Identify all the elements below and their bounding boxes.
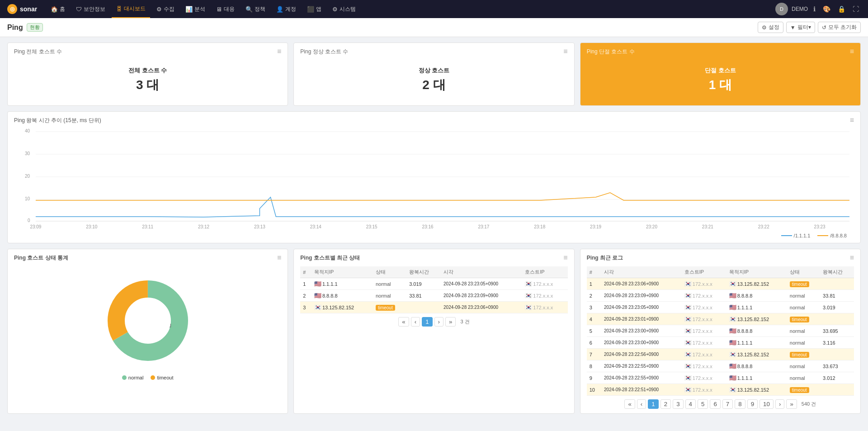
log-page-5[interactable]: 5 bbox=[698, 399, 708, 409]
account-icon: 👤 bbox=[276, 6, 283, 13]
card-total-sub: 전체 호스트 수 bbox=[14, 66, 281, 75]
log-page-first[interactable]: « bbox=[624, 399, 635, 409]
brand-logo[interactable]: ◎ sonar bbox=[7, 4, 37, 14]
row1-status: normal bbox=[373, 278, 406, 290]
log1-status: timeout bbox=[787, 278, 820, 290]
svg-text:23:13: 23:13 bbox=[254, 224, 265, 229]
page-prev[interactable]: ‹ bbox=[411, 317, 420, 327]
host-table-menu[interactable]: ≡ bbox=[563, 254, 567, 262]
log-row: 1 2024-09-28 23:23:06+0900 🇰🇷172.x.x.x 🇰… bbox=[587, 278, 854, 290]
nav-item-home[interactable]: 🏠 홈 bbox=[46, 0, 70, 18]
svg-text:23:11: 23:11 bbox=[142, 224, 153, 229]
user-avatar: D bbox=[775, 3, 788, 15]
log-col-status: 상태 bbox=[787, 266, 820, 278]
log7-time: 2024-09-28 23:22:56+0900 bbox=[601, 349, 682, 360]
nav-item-system[interactable]: ⚙ 시스템 bbox=[328, 0, 360, 18]
log-page-7[interactable]: 7 bbox=[722, 399, 733, 409]
log9-status: normal bbox=[787, 372, 820, 384]
row3-num: 3 bbox=[300, 302, 311, 313]
log-table-menu[interactable]: ≡ bbox=[850, 254, 854, 262]
nav-item-app[interactable]: ⬛ 앱 bbox=[302, 0, 326, 18]
legend-label-blue: /1.1.1.1 bbox=[794, 233, 811, 238]
log-row: 3 2024-09-28 23:23:05+0900 🇰🇷172.x.x.x 🇺… bbox=[587, 302, 854, 313]
log-page-4[interactable]: 4 bbox=[685, 399, 696, 409]
donut-panel: Ping 호스트 상태 통계 ≡ timeout normal bbox=[7, 249, 288, 414]
log-table-title: Ping 최근 로그 bbox=[587, 254, 623, 262]
nav-item-response[interactable]: 🖥 대응 bbox=[212, 0, 239, 18]
log-page-last[interactable]: » bbox=[786, 399, 797, 409]
nav-item-security[interactable]: 🛡 보안정보 bbox=[71, 0, 110, 18]
nav-label-response: 대응 bbox=[224, 5, 235, 13]
card-disconnected-title: Ping 단절 호스트 수 bbox=[587, 48, 635, 56]
svg-text:23:12: 23:12 bbox=[198, 224, 209, 229]
log10-rtt bbox=[820, 384, 854, 396]
nav-item-account[interactable]: 👤 계정 bbox=[272, 0, 301, 18]
row1-rtt: 3.019 bbox=[406, 278, 441, 290]
settings-button[interactable]: ⚙ 설정 bbox=[758, 22, 783, 33]
log2-rtt: 33.81 bbox=[820, 290, 854, 302]
log8-time: 2024-09-28 23:22:55+0900 bbox=[601, 360, 682, 372]
page-1[interactable]: 1 bbox=[422, 317, 432, 327]
legend-blue: /1.1.1.1 bbox=[781, 233, 811, 238]
chart-menu[interactable]: ≡ bbox=[850, 116, 854, 124]
log-page-2[interactable]: 2 bbox=[660, 399, 671, 409]
nav-item-collect[interactable]: ⚙ 수집 bbox=[152, 0, 179, 18]
page-last[interactable]: » bbox=[445, 317, 456, 327]
card-total-value: 3 대 bbox=[14, 76, 281, 94]
page-first[interactable]: « bbox=[398, 317, 409, 327]
log5-num: 5 bbox=[587, 325, 601, 337]
log2-status: normal bbox=[787, 290, 820, 302]
chart-title: Ping 왕복 시간 추이 (15분, ms 단위) bbox=[14, 117, 101, 124]
log1-rtt bbox=[820, 278, 854, 290]
svg-text:10: 10 bbox=[25, 196, 30, 201]
row3-status: timeout bbox=[373, 302, 406, 313]
paint-icon[interactable]: 🎨 bbox=[821, 5, 832, 14]
svg-text:23:14: 23:14 bbox=[310, 224, 321, 229]
log-page-3[interactable]: 3 bbox=[673, 399, 683, 409]
reset-button[interactable]: ↺ 모두 초기화 bbox=[818, 22, 861, 33]
card-total-menu[interactable]: ≡ bbox=[277, 47, 281, 56]
nav-label-collect: 수집 bbox=[164, 5, 175, 13]
log-page-next[interactable]: › bbox=[775, 399, 784, 409]
timeseries-chart-card: Ping 왕복 시간 추이 (15분, ms 단위) ≡ 40 30 20 10… bbox=[7, 111, 861, 243]
log-page-10[interactable]: 10 bbox=[760, 399, 774, 409]
nav-item-analysis[interactable]: 📊 분석 bbox=[181, 0, 210, 18]
log4-dest: 🇰🇷13.125.82.152 bbox=[726, 313, 787, 325]
collect-icon: ⚙ bbox=[156, 6, 162, 13]
policy-icon: 🔍 bbox=[245, 6, 253, 13]
nav-label-system: 시스템 bbox=[340, 5, 356, 13]
filter-button[interactable]: ▼ 필터▾ bbox=[786, 22, 815, 33]
row3-host: 🇰🇷172.x.x.x bbox=[522, 302, 567, 313]
log-col-host: 호스트IP bbox=[682, 266, 726, 278]
expand-icon[interactable]: ⛶ bbox=[851, 5, 861, 14]
legend-normal: normal bbox=[122, 375, 144, 380]
log-page-prev[interactable]: ‹ bbox=[637, 399, 646, 409]
log8-rtt: 33.673 bbox=[820, 360, 854, 372]
col-status: 상태 bbox=[373, 266, 406, 278]
page-next[interactable]: › bbox=[434, 317, 443, 327]
dot-timeout bbox=[151, 375, 155, 380]
donut-menu[interactable]: ≡ bbox=[277, 254, 281, 262]
row2-rtt: 33.81 bbox=[406, 290, 441, 302]
log-page-1[interactable]: 1 bbox=[648, 399, 658, 409]
log-page-9[interactable]: 9 bbox=[747, 399, 758, 409]
donut-legend: normal timeout bbox=[122, 375, 174, 380]
log5-dest: 🇺🇸8.8.8.8 bbox=[726, 325, 787, 337]
col-rtt: 왕복시간 bbox=[406, 266, 441, 278]
card-normal-title: Ping 정상 호스트 수 bbox=[300, 48, 348, 56]
filter-icon: ▼ bbox=[790, 24, 796, 31]
card-disconnected-menu[interactable]: ≡ bbox=[850, 47, 854, 56]
legend-yellow: /8.8.8.8 bbox=[817, 233, 847, 238]
row2-status: normal bbox=[373, 290, 406, 302]
log6-rtt: 3.116 bbox=[820, 337, 854, 349]
log-page-8[interactable]: 8 bbox=[735, 399, 745, 409]
lock-icon[interactable]: 🔒 bbox=[836, 5, 847, 14]
log-page-6[interactable]: 6 bbox=[710, 399, 720, 409]
nav-item-dashboard[interactable]: 🎛 대시보드 bbox=[112, 0, 150, 18]
card-normal-menu[interactable]: ≡ bbox=[563, 47, 567, 56]
log7-dest: 🇰🇷13.125.82.152 bbox=[726, 349, 787, 360]
svg-text:23:22: 23:22 bbox=[758, 224, 769, 229]
nav-label-dashboard: 대시보드 bbox=[124, 5, 146, 13]
nav-item-policy[interactable]: 🔍 정책 bbox=[241, 0, 270, 18]
info-icon[interactable]: ℹ bbox=[811, 5, 817, 14]
